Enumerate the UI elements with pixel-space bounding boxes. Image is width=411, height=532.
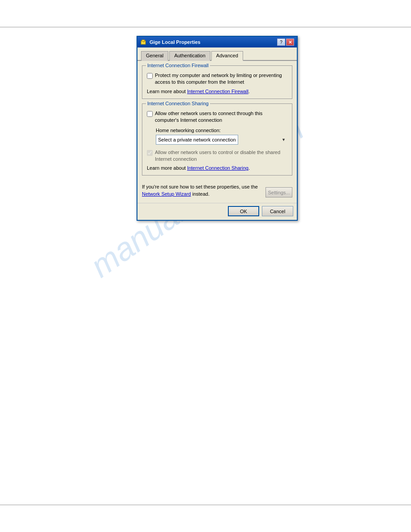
sharing-group-label: Internet Connection Sharing xyxy=(146,101,210,106)
firewall-checkbox-row: Protect my computer and network by limit… xyxy=(147,72,287,86)
dialog-window: Gige Local Properties ? ✕ General Authen… xyxy=(137,36,298,221)
sharing-checkbox-label: Allow other network users to connect thr… xyxy=(155,110,287,124)
window-title: Gige Local Properties xyxy=(150,39,201,45)
window-icon xyxy=(140,39,147,46)
svg-rect-1 xyxy=(142,40,145,42)
network-connection-dropdown[interactable]: Select a private network connection xyxy=(156,135,238,145)
control-checkbox-row: Allow other network users to control or … xyxy=(147,149,287,163)
dropdown-wrapper: Select a private network connection xyxy=(156,135,287,145)
title-bar-buttons: ? ✕ xyxy=(277,39,294,46)
settings-area: If you're not sure how to set these prop… xyxy=(142,180,292,199)
tab-content: Internet Connection Firewall Protect my … xyxy=(137,61,297,203)
title-bar: Gige Local Properties ? ✕ xyxy=(137,37,297,47)
sharing-checkbox[interactable] xyxy=(147,111,153,117)
tab-general[interactable]: General xyxy=(141,51,168,61)
firewall-checkbox[interactable] xyxy=(147,73,153,79)
tab-advanced[interactable]: Advanced xyxy=(211,51,243,61)
bottom-buttons: OK Cancel xyxy=(137,203,297,220)
tab-authentication[interactable]: Authentication xyxy=(169,51,210,61)
home-net-label: Home networking connection: xyxy=(156,128,287,133)
control-checkbox-label: Allow other network users to control or … xyxy=(155,149,287,163)
dropdown-row: Select a private network connection xyxy=(156,135,287,145)
page-border-bottom xyxy=(0,505,411,505)
firewall-group-label: Internet Connection Firewall xyxy=(146,63,210,68)
sharing-link[interactable]: Internet Connection Sharing xyxy=(187,165,248,171)
firewall-group: Internet Connection Firewall Protect my … xyxy=(142,65,292,99)
firewall-link[interactable]: Internet Connection Firewall xyxy=(187,89,248,94)
control-checkbox xyxy=(147,150,153,156)
cancel-button[interactable]: Cancel xyxy=(262,206,293,216)
sharing-group: Internet Connection Sharing Allow other … xyxy=(142,103,292,176)
settings-button[interactable]: Settings... xyxy=(265,187,292,197)
firewall-learn-more: Learn more about Internet Connection Fir… xyxy=(147,89,287,94)
close-button[interactable]: ✕ xyxy=(286,39,294,46)
firewall-checkbox-label: Protect my computer and network by limit… xyxy=(155,72,287,86)
properties-window: Gige Local Properties ? ✕ General Authen… xyxy=(137,36,298,221)
ok-button[interactable]: OK xyxy=(228,206,259,216)
settings-text: If you're not sure how to set these prop… xyxy=(142,184,261,197)
page-border-top xyxy=(0,27,411,27)
tabs-bar: General Authentication Advanced xyxy=(137,47,297,61)
network-setup-wizard-link[interactable]: Network Setup Wizard xyxy=(142,191,191,197)
help-button[interactable]: ? xyxy=(277,39,285,46)
sharing-checkbox-row: Allow other network users to connect thr… xyxy=(147,110,287,124)
title-bar-left: Gige Local Properties xyxy=(140,39,201,46)
sharing-learn-more: Learn more about Internet Connection Sha… xyxy=(147,165,287,171)
